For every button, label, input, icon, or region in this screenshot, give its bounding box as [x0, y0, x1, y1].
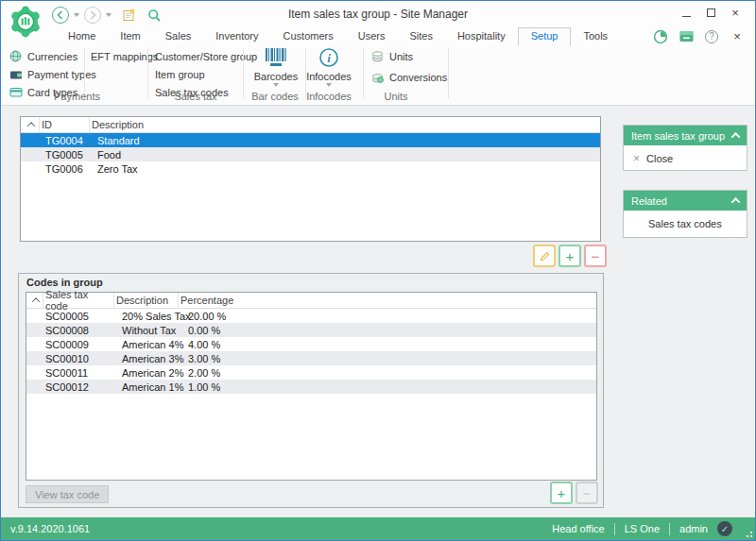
table-row[interactable]: SC00010 American 3% 3.00 % — [26, 351, 596, 365]
sales-tax-group-label: Sales tax — [148, 91, 243, 102]
related-panel-title: Related — [631, 195, 667, 207]
tab-users[interactable]: Users — [346, 27, 398, 45]
collapse-chevron-icon — [731, 132, 741, 142]
units-label: Units — [389, 51, 413, 62]
tax-groups-table-header: ID Description — [21, 117, 600, 133]
column-header-percentage[interactable]: Percentage — [179, 293, 596, 309]
table-row[interactable]: SC00012 American 1% 1.00 % — [26, 380, 596, 394]
tab-inventory[interactable]: Inventory — [203, 27, 270, 45]
close-action-item[interactable]: × Close — [624, 145, 747, 170]
currencies-label: Currencies — [27, 51, 77, 62]
back-history-caret-icon[interactable] — [74, 13, 79, 17]
barcode-icon — [264, 47, 288, 70]
codes-actions: + − — [550, 482, 598, 504]
status-bar-right: Head office LS One admin ✓ — [552, 521, 746, 536]
forward-button[interactable] — [84, 7, 101, 24]
content-area: ID Description TG0004 Standard TG0005 Fo… — [1, 106, 755, 516]
task-panel-title: Item sales tax group — [631, 130, 725, 142]
window-controls: × — [674, 3, 747, 22]
ribbon-group-divider — [448, 48, 449, 98]
tab-customers[interactable]: Customers — [271, 27, 346, 45]
currencies-item[interactable]: Currencies — [9, 47, 96, 65]
table-row[interactable]: TG0005 Food — [21, 147, 600, 161]
table-row[interactable]: SC00009 American 4% 4.00 % — [26, 337, 596, 351]
sort-chevron-icon[interactable] — [26, 293, 43, 309]
back-button[interactable] — [52, 7, 69, 24]
maximize-button[interactable] — [698, 3, 723, 22]
codes-group-title: Codes in group — [26, 277, 103, 288]
customer-store-group-label: Customer/Store group — [155, 51, 257, 62]
tab-sales[interactable]: Sales — [153, 27, 204, 45]
conversions-item[interactable]: Conversions — [370, 68, 447, 86]
conversions-stack-icon — [370, 71, 385, 84]
conversions-label: Conversions — [389, 72, 447, 83]
group-actions: + − — [533, 245, 607, 267]
units-item[interactable]: Units — [370, 47, 447, 65]
status-bar: v.9.14.2020.1061 Head office LS One admi… — [1, 516, 755, 540]
ribbon: Currencies Payment types — [1, 45, 755, 106]
table-row[interactable]: SC00008 Without Tax 0.00 % — [26, 323, 596, 337]
infocodes-button[interactable]: i Infocodes — [298, 47, 360, 87]
codes-in-group-box: Codes in group Sales tax code Descriptio… — [18, 273, 604, 508]
ribbon-group-divider — [243, 48, 244, 98]
close-view-icon[interactable]: × — [729, 28, 746, 44]
units-group-label: Units — [363, 91, 429, 102]
tabrow-right-icons: ? × — [652, 28, 746, 44]
titlebar: Item sales tax group - Site Manager × — [1, 1, 755, 27]
minimize-button[interactable] — [674, 3, 698, 22]
tab-hospitality[interactable]: Hospitality — [445, 27, 518, 45]
payment-types-item[interactable]: Payment types — [9, 65, 96, 83]
session-status-pie-icon[interactable] — [652, 28, 669, 44]
help-icon[interactable]: ? — [703, 28, 720, 44]
column-header-description[interactable]: Description — [90, 117, 600, 133]
close-action-label: Close — [646, 153, 673, 164]
barcodes-label: Barcodes — [254, 71, 298, 82]
tab-item[interactable]: Item — [108, 27, 152, 45]
task-panel-header[interactable]: Item sales tax group — [624, 126, 747, 145]
infocodes-label: Infocodes — [306, 71, 352, 82]
units-stack-icon — [370, 50, 385, 63]
payment-types-label: Payment types — [27, 69, 96, 80]
pencil-icon — [539, 250, 551, 262]
item-group-item[interactable]: Item group — [155, 65, 257, 83]
column-header-sales-tax-code[interactable]: Sales tax code — [43, 293, 114, 309]
table-row[interactable]: TG0004 Standard — [21, 133, 600, 147]
add-code-button[interactable]: + — [550, 482, 573, 504]
column-header-description[interactable]: Description — [114, 293, 179, 309]
column-header-id[interactable]: ID — [40, 117, 90, 133]
close-x-icon: × — [633, 154, 640, 163]
status-separator — [614, 523, 615, 535]
ribbon-tabs: Home Item Sales Inventory Customers User… — [56, 27, 620, 45]
close-button[interactable]: × — [723, 3, 747, 22]
notes-icon[interactable] — [120, 7, 137, 24]
collapse-chevron-icon — [731, 197, 741, 207]
codes-table-header: Sales tax code Description Percentage — [26, 293, 596, 309]
remove-code-button[interactable]: − — [576, 482, 598, 504]
tab-tools[interactable]: Tools — [571, 27, 620, 45]
resize-grip[interactable] — [744, 529, 753, 538]
tab-home[interactable]: Home — [56, 27, 108, 45]
ribbon-tab-row: Home Item Sales Inventory Customers User… — [1, 27, 755, 45]
bar-codes-group-label: Bar codes — [245, 91, 305, 102]
related-sales-tax-codes-item[interactable]: Sales tax codes — [624, 211, 747, 237]
remove-group-button[interactable]: − — [584, 245, 607, 267]
connection-check-icon[interactable]: ✓ — [717, 521, 732, 536]
sort-chevron-icon[interactable] — [21, 117, 40, 133]
table-row[interactable]: SC00005 20% Sales Tax 20.00 % — [26, 309, 596, 323]
infocode-icon: i — [318, 47, 339, 70]
add-group-button[interactable]: + — [558, 245, 581, 267]
forward-history-caret-icon[interactable] — [106, 13, 112, 17]
edit-button[interactable] — [533, 245, 556, 267]
related-panel-header[interactable]: Related — [624, 191, 747, 211]
table-row[interactable]: SC00011 American 2% 2.00 % — [26, 365, 596, 380]
tab-sites[interactable]: Sites — [397, 27, 444, 45]
view-tax-code-button[interactable]: View tax code — [26, 485, 109, 503]
svg-text:i: i — [327, 51, 331, 65]
tab-setup[interactable]: Setup — [518, 27, 572, 45]
customer-store-group-item[interactable]: Customer/Store group — [155, 47, 257, 65]
barcodes-dropdown-caret-icon — [273, 83, 279, 87]
status-separator — [669, 523, 670, 535]
cash-drawer-icon[interactable] — [678, 28, 695, 44]
version-label: v.9.14.2020.1061 — [10, 523, 90, 534]
table-row[interactable]: TG0006 Zero Tax — [21, 161, 600, 176]
